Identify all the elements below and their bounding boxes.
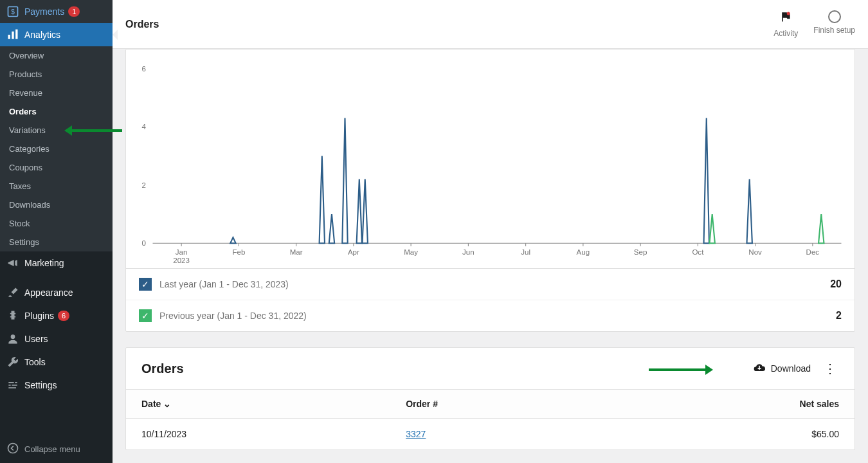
- sliders-icon: [6, 379, 19, 392]
- annotation-arrow-icon: [64, 124, 122, 137]
- svg-marker-41: [64, 125, 72, 136]
- sidebar-item-label: Settings: [24, 380, 57, 390]
- svg-rect-4: [15, 30, 17, 39]
- svg-text:Mar: Mar: [290, 248, 303, 256]
- svg-text:2: 2: [142, 181, 146, 189]
- sidebar-item-label: Tools: [24, 357, 46, 367]
- svg-text:Sep: Sep: [634, 248, 647, 256]
- svg-text:0: 0: [142, 239, 146, 247]
- legend-row-current[interactable]: ✓ Last year (Jan 1 - Dec 31, 2023) 20: [126, 269, 854, 300]
- svg-text:May: May: [404, 248, 418, 256]
- sub-coupons[interactable]: Coupons: [0, 158, 113, 177]
- sub-overview[interactable]: Overview: [0, 46, 113, 65]
- sub-downloads[interactable]: Downloads: [0, 195, 113, 214]
- orders-table-card: Orders Download ⋮ Date⌄ Order #: [125, 347, 855, 450]
- svg-text:Oct: Oct: [692, 248, 703, 256]
- orders-chart: 0246JanFebMarAprMayJunJulAugSepOctNovDec…: [132, 62, 848, 268]
- chevron-down-icon: ⌄: [163, 399, 171, 409]
- orders-table-title: Orders: [141, 361, 184, 376]
- content-scroll[interactable]: 0246JanFebMarAprMayJunJulAugSepOctNovDec…: [113, 49, 868, 463]
- sidebar-item-label: Payments: [24, 6, 64, 17]
- sidebar-item-marketing[interactable]: Marketing: [0, 251, 113, 275]
- orders-table: Date⌄ Order # Net sales 10/11/2023 3327 …: [126, 389, 854, 449]
- megaphone-icon: [6, 257, 19, 269]
- analytics-submenu: Overview Products Revenue Orders Variati…: [0, 46, 113, 251]
- svg-text:2023: 2023: [173, 257, 190, 265]
- sub-settings[interactable]: Settings: [0, 233, 113, 251]
- badge: 1: [68, 6, 80, 17]
- activity-button[interactable]: Activity: [773, 10, 798, 38]
- svg-text:Apr: Apr: [348, 248, 359, 256]
- user-icon: [6, 332, 19, 345]
- finish-setup-button[interactable]: Finish setup: [813, 10, 855, 38]
- sidebar-item-settings[interactable]: Settings: [0, 374, 113, 397]
- sidebar-item-label: Plugins: [24, 311, 54, 321]
- svg-marker-39: [705, 365, 713, 375]
- sub-taxes[interactable]: Taxes: [0, 177, 113, 195]
- sub-categories[interactable]: Categories: [0, 140, 113, 158]
- sidebar-item-payments[interactable]: $ Payments 1: [0, 0, 113, 23]
- plug-icon: [6, 309, 19, 322]
- checkbox-checked-icon[interactable]: ✓: [139, 309, 152, 322]
- page-title: Orders: [125, 19, 159, 30]
- sidebar-item-tools[interactable]: Tools: [0, 350, 113, 374]
- sidebar-item-label: Users: [24, 334, 48, 344]
- svg-text:Dec: Dec: [806, 248, 820, 256]
- download-button[interactable]: Download: [753, 361, 811, 376]
- sub-stock[interactable]: Stock: [0, 214, 113, 233]
- svg-point-6: [8, 444, 18, 453]
- col-net-sales[interactable]: Net sales: [610, 390, 854, 419]
- sidebar-item-analytics[interactable]: Analytics: [0, 23, 113, 46]
- svg-text:6: 6: [142, 65, 146, 73]
- active-indicator-icon: [113, 30, 118, 40]
- svg-text:Jul: Jul: [521, 248, 530, 256]
- svg-point-7: [787, 12, 790, 15]
- chevron-left-circle-icon: [6, 442, 19, 457]
- sidebar-item-appearance[interactable]: Appearance: [0, 281, 113, 304]
- progress-ring-icon: [828, 10, 841, 23]
- chart-card: 0246JanFebMarAprMayJunJulAugSepOctNovDec…: [125, 49, 855, 332]
- svg-text:Aug: Aug: [577, 248, 590, 256]
- legend-row-previous[interactable]: ✓ Previous year (Jan 1 - Dec 31, 2022) 2: [126, 300, 854, 331]
- svg-text:$: $: [11, 8, 15, 15]
- flag-icon: [779, 10, 792, 26]
- collapse-menu-button[interactable]: Collapse menu: [0, 435, 113, 463]
- sub-orders[interactable]: Orders: [0, 102, 113, 121]
- bar-chart-icon: [6, 28, 19, 41]
- svg-rect-3: [12, 32, 14, 39]
- sidebar-item-label: Analytics: [24, 30, 60, 40]
- svg-text:Nov: Nov: [748, 248, 762, 256]
- brush-icon: [6, 286, 19, 299]
- cell-net: $65.00: [610, 419, 854, 450]
- annotation-arrow-icon: [649, 363, 713, 376]
- badge: 6: [58, 311, 69, 321]
- svg-text:Jan: Jan: [176, 248, 188, 256]
- dollar-icon: $: [6, 5, 19, 18]
- sidebar-item-users[interactable]: Users: [0, 327, 113, 350]
- sub-revenue[interactable]: Revenue: [0, 84, 113, 102]
- sidebar-item-plugins[interactable]: Plugins 6: [0, 304, 113, 327]
- topbar: Orders Activity Finish setup: [113, 0, 868, 49]
- checkbox-checked-icon[interactable]: ✓: [139, 278, 152, 291]
- svg-text:Feb: Feb: [232, 248, 245, 256]
- cell-date: 10/11/2023: [126, 419, 390, 450]
- sidebar-item-label: Marketing: [24, 258, 64, 268]
- cloud-download-icon: [753, 361, 766, 376]
- more-options-button[interactable]: ⋮: [821, 361, 839, 376]
- sub-products[interactable]: Products: [0, 65, 113, 84]
- admin-sidebar: $ Payments 1 Analytics Overview Products…: [0, 0, 113, 463]
- svg-rect-2: [8, 35, 10, 39]
- order-link[interactable]: 3327: [406, 429, 426, 439]
- col-order[interactable]: Order #: [390, 390, 610, 419]
- svg-point-5: [11, 334, 15, 339]
- collapse-label: Collapse menu: [24, 444, 80, 454]
- table-row: 10/11/2023 3327 $65.00: [126, 419, 854, 450]
- main-area: Orders Activity Finish setup 0246JanFebM…: [113, 0, 868, 463]
- svg-text:Jun: Jun: [462, 248, 475, 256]
- chart-legend: ✓ Last year (Jan 1 - Dec 31, 2023) 20 ✓ …: [126, 268, 854, 331]
- col-date[interactable]: Date⌄: [126, 390, 390, 419]
- svg-text:4: 4: [142, 123, 146, 131]
- wrench-icon: [6, 356, 19, 368]
- sidebar-item-label: Appearance: [24, 287, 73, 298]
